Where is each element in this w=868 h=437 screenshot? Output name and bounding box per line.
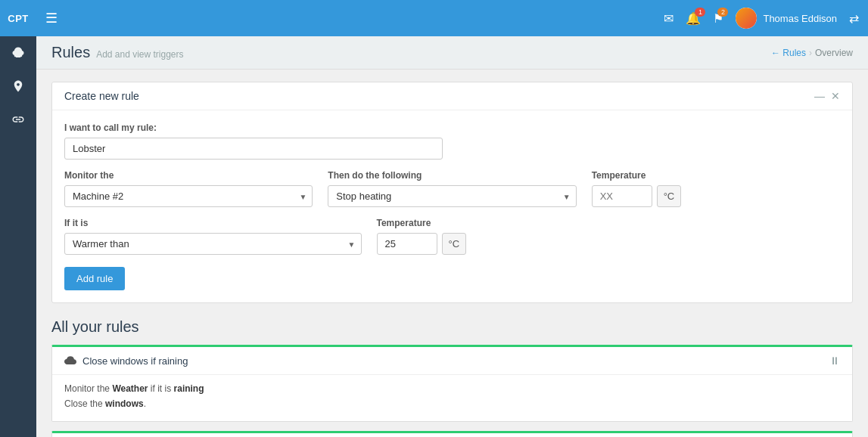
user-menu[interactable]: Thomas Eddison [736, 8, 837, 29]
condition-temperature-unit: °C [442, 233, 467, 255]
condition-temperature-inline: °C [377, 233, 528, 255]
page-body: Create new rule — ✕ I want to call my ru… [36, 70, 868, 437]
create-rule-card: Create new rule — ✕ I want to call my ru… [51, 82, 853, 303]
rule-1-action: windows [105, 398, 144, 409]
page-header: Rules Add and view triggers ← Rules › Ov… [36, 36, 868, 70]
then-select-wrapper: Stop heating Start heating Close windows… [328, 185, 576, 207]
monitor-then-row: Monitor the Machine #2 Weather Machine #… [64, 170, 840, 207]
then-label: Then do the following [328, 170, 576, 181]
breadcrumb-separator: › [809, 48, 812, 58]
rule-item-2: Catch machines exceeding thresholds ⏸ [51, 431, 853, 437]
rule-2-header: Catch machines exceeding thresholds ⏸ [52, 433, 852, 437]
monitor-select[interactable]: Machine #2 Weather Machine #1 [64, 185, 313, 207]
page-title: Rules [51, 44, 90, 61]
breadcrumb: ← Rules › Overview [771, 48, 853, 58]
hamburger-icon[interactable]: ☰ [45, 10, 58, 26]
monitor-label: Monitor the [64, 170, 313, 181]
topnav-icons: ✉ 🔔 1 ⚑ 2 Thomas Eddison ⇄ [664, 8, 859, 29]
rule-name-input[interactable] [64, 138, 443, 160]
share-icon[interactable]: ⇄ [849, 11, 859, 26]
then-group: Then do the following Stop heating Start… [328, 170, 576, 207]
flag-icon[interactable]: ⚑ 2 [713, 11, 723, 26]
rule-item-1: Close windows if raining ⏸ Monitor the W… [51, 345, 853, 422]
condition-temperature-input[interactable] [377, 233, 437, 255]
card-body: I want to call my rule: Monitor the Mach… [52, 110, 852, 302]
mail-icon[interactable]: ✉ [664, 11, 674, 26]
bell-badge: 1 [695, 8, 705, 17]
condition-temperature-group: Temperature °C [377, 218, 528, 255]
if-it-is-label: If it is [64, 218, 362, 228]
sidebar-item-brain[interactable] [0, 36, 36, 70]
then-temperature-label: Temperature [592, 170, 840, 181]
top-navigation: ☰ ✉ 🔔 1 ⚑ 2 Thomas Eddison ⇄ [36, 0, 868, 36]
if-it-is-select[interactable]: Warmer than Colder than Equal to [64, 233, 362, 255]
add-rule-button[interactable]: Add rule [64, 267, 125, 290]
rule-name-label: I want to call my rule: [64, 122, 840, 133]
main-content: ☰ ✉ 🔔 1 ⚑ 2 Thomas Eddison ⇄ Rules [36, 0, 868, 437]
rule-1-header: Close windows if raining ⏸ [52, 347, 852, 374]
breadcrumb-current: Overview [815, 48, 853, 58]
close-icon[interactable]: ✕ [831, 90, 840, 102]
rule-1-title-area: Close windows if raining [64, 355, 188, 367]
card-title: Create new rule [64, 90, 139, 102]
condition-temperature-label: Temperature [377, 218, 528, 228]
rule-1-body: Monitor the Weather if it is raining Clo… [52, 374, 852, 421]
then-temperature-input[interactable] [592, 185, 652, 207]
card-header: Create new rule — ✕ [52, 82, 852, 110]
then-select[interactable]: Stop heating Start heating Close windows [328, 185, 576, 207]
app-logo: CPT [0, 0, 36, 36]
rule-1-pause-icon[interactable]: ⏸ [829, 355, 840, 367]
then-temperature-group: Temperature °C [592, 170, 840, 207]
user-name: Thomas Eddison [763, 13, 837, 24]
rule-1-monitor: Weather [112, 383, 148, 394]
monitor-select-wrapper: Machine #2 Weather Machine #1 ▼ [64, 185, 313, 207]
all-rules-title: All your rules [51, 318, 853, 336]
cloud-icon [64, 355, 76, 367]
if-it-is-group: If it is Warmer than Colder than Equal t… [64, 218, 362, 255]
avatar [736, 8, 757, 29]
sidebar-item-pin[interactable] [0, 70, 36, 103]
rule-1-title: Close windows if raining [82, 355, 188, 367]
empty-group [543, 218, 841, 255]
rule-1-condition: raining [174, 383, 204, 394]
then-temperature-unit: °C [657, 185, 682, 207]
if-it-is-select-wrapper: Warmer than Colder than Equal to ▼ [64, 233, 362, 255]
flag-badge: 2 [717, 8, 728, 17]
then-temperature-inline: °C [592, 185, 840, 207]
breadcrumb-rules-link[interactable]: ← Rules [771, 48, 806, 58]
all-rules-section: All your rules Close windows if raining … [51, 318, 853, 437]
monitor-group: Monitor the Machine #2 Weather Machine #… [64, 170, 313, 207]
page-subtitle: Add and view triggers [96, 49, 183, 60]
condition-row: If it is Warmer than Colder than Equal t… [64, 218, 840, 255]
minimize-icon[interactable]: — [814, 90, 825, 102]
rule-name-group: I want to call my rule: [64, 122, 840, 160]
sidebar-item-link[interactable] [0, 103, 36, 136]
bell-icon[interactable]: 🔔 1 [686, 11, 701, 26]
card-header-icons: — ✕ [814, 90, 840, 102]
sidebar: CPT [0, 0, 36, 437]
